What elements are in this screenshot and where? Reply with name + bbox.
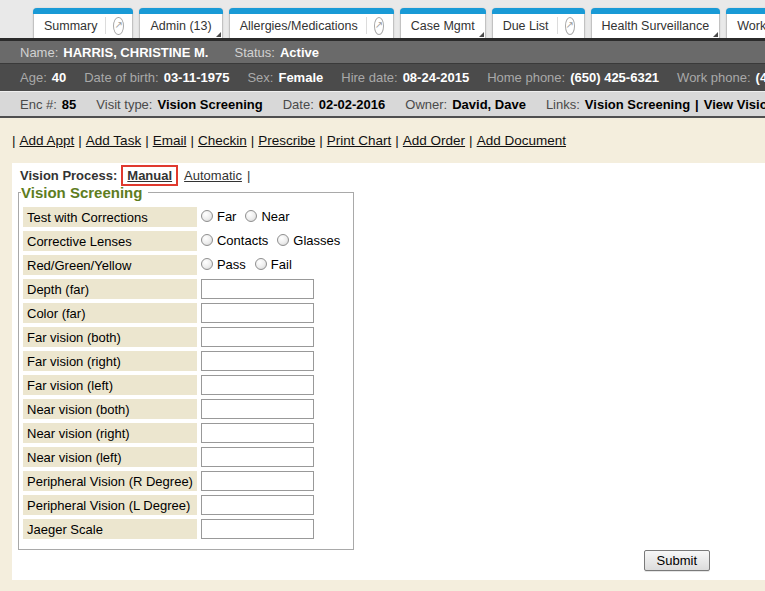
form-row-peripheral-vision-r-degree: Peripheral Vision (R Degree) — [23, 471, 349, 491]
row-value — [199, 351, 349, 371]
action-link-add-order[interactable]: Add Order — [403, 133, 465, 148]
field-label: Age: — [20, 70, 47, 85]
row-label: Peripheral Vision (R Degree) — [23, 471, 197, 491]
radio-button-icon[interactable] — [201, 210, 213, 222]
radio-option-far[interactable]: Far — [201, 209, 237, 224]
tab-health-surveillance[interactable]: Health Surveillance — [591, 8, 721, 38]
text-input-peripheral-vision-l-degree[interactable] — [201, 495, 314, 515]
field-label: Links: — [546, 97, 580, 112]
field-label: Enc #: — [20, 97, 57, 112]
text-input-far-vision-both[interactable] — [201, 327, 314, 347]
form-row-jaeger-scale: Jaeger Scale — [23, 519, 349, 539]
radio-option-glasses[interactable]: Glasses — [277, 233, 340, 248]
field-label: Date of birth: — [84, 70, 158, 85]
row-value — [199, 279, 349, 299]
tab-label: Case Mgmt — [411, 15, 475, 33]
radio-button-icon[interactable] — [255, 258, 267, 270]
radio-option-contacts[interactable]: Contacts — [201, 233, 268, 248]
content-panel: Vision Process:ManualAutomatic| Vision S… — [12, 163, 765, 580]
tab-summary[interactable]: Summary — [33, 8, 133, 38]
tab-due-list[interactable]: Due List — [492, 8, 585, 38]
action-links-separator: | — [12, 133, 16, 148]
action-links-separator: | — [78, 133, 82, 148]
text-input-depth-far[interactable] — [201, 279, 314, 299]
radio-button-icon[interactable] — [277, 234, 289, 246]
row-value — [199, 519, 349, 539]
radio-button-icon[interactable] — [201, 258, 213, 270]
text-input-near-vision-left[interactable] — [201, 447, 314, 467]
form-row-peripheral-vision-l-degree: Peripheral Vision (L Degree) — [23, 495, 349, 515]
action-link-add-document[interactable]: Add Document — [477, 133, 566, 148]
vision-process-option-automatic[interactable]: Automatic — [184, 168, 242, 183]
field-label: Home phone: — [487, 70, 565, 85]
tab-bar: SummaryAdmin (13)Allergies/MedicationsCa… — [0, 0, 765, 38]
radio-option-label: Pass — [217, 257, 246, 272]
tab-label: Work Status — [737, 15, 765, 33]
radio-button-icon[interactable] — [201, 234, 213, 246]
field-label: Sex: — [247, 70, 273, 85]
radio-button-icon[interactable] — [245, 210, 257, 222]
field-label: Owner: — [405, 97, 447, 112]
field-value: 03-11-1975 — [164, 70, 230, 85]
vision-process-label: Vision Process: — [20, 168, 117, 183]
action-link-prescribe[interactable]: Prescribe — [258, 133, 315, 148]
tab-admin-13[interactable]: Admin (13) — [139, 8, 222, 38]
vision-screening-table: Test with CorrectionsFarNearCorrective L… — [21, 203, 351, 543]
submit-button[interactable]: Submit — [644, 550, 710, 571]
row-value — [199, 447, 349, 467]
radio-option-pass[interactable]: Pass — [201, 257, 246, 272]
encounter-bar: Enc #:85Visit type:Vision ScreeningDate:… — [0, 91, 765, 118]
radio-option-near[interactable]: Near — [245, 209, 289, 224]
row-label: Far vision (left) — [23, 375, 197, 395]
form-row-far-vision-right: Far vision (right) — [23, 351, 349, 371]
row-value — [199, 471, 349, 491]
row-label: Near vision (left) — [23, 447, 197, 467]
radio-option-label: Glasses — [293, 233, 340, 248]
tab-label: Allergies/Medications — [240, 15, 358, 33]
action-links-separator: | — [319, 133, 323, 148]
action-link-add-appt[interactable]: Add Appt — [20, 133, 75, 148]
field-value: 02-02-2016 — [319, 97, 386, 112]
row-label: Corrective Lenses — [23, 231, 197, 251]
dropdown-corner-icon — [713, 32, 718, 37]
text-input-far-vision-left[interactable] — [201, 375, 314, 395]
field-value: 08-24-2015 — [403, 70, 470, 85]
action-links-row: |Add Appt|Add Task|Email|Checkin|Prescri… — [0, 120, 765, 163]
tab-work-status[interactable]: Work Status — [726, 8, 765, 38]
tab-label: Summary — [44, 15, 97, 33]
popout-icon[interactable] — [557, 17, 574, 34]
form-row-near-vision-both: Near vision (both) — [23, 399, 349, 419]
field-value: 85 — [62, 97, 76, 112]
tab-case-mgmt[interactable]: Case Mgmt — [400, 8, 486, 38]
action-links-separator: | — [145, 133, 149, 148]
form-row-test-with-corrections: Test with CorrectionsFarNear — [23, 207, 349, 227]
action-link-add-task[interactable]: Add Task — [86, 133, 141, 148]
tab-allergies-medications[interactable]: Allergies/Medications — [229, 8, 394, 38]
field-value: 40 — [52, 70, 66, 85]
field-value: David, Dave — [452, 97, 526, 112]
row-label: Test with Corrections — [23, 207, 197, 227]
text-input-color-far[interactable] — [201, 303, 314, 323]
vision-process-option-manual[interactable]: Manual — [121, 165, 178, 186]
text-input-jaeger-scale[interactable] — [201, 519, 314, 539]
text-input-near-vision-right[interactable] — [201, 423, 314, 443]
app-window: SummaryAdmin (13)Allergies/MedicationsCa… — [0, 0, 765, 591]
tab-label: Health Surveillance — [602, 15, 710, 33]
encounter-link-view-vision-screening[interactable]: View Vision Screening — [704, 97, 765, 112]
action-link-checkin[interactable]: Checkin — [198, 133, 247, 148]
radio-option-fail[interactable]: Fail — [255, 257, 292, 272]
text-input-far-vision-right[interactable] — [201, 351, 314, 371]
row-value — [199, 375, 349, 395]
form-row-far-vision-left: Far vision (left) — [23, 375, 349, 395]
action-link-print-chart[interactable]: Print Chart — [327, 133, 392, 148]
action-link-email[interactable]: Email — [153, 133, 187, 148]
popout-icon[interactable] — [366, 17, 383, 34]
popout-icon[interactable] — [105, 17, 122, 34]
field-label: Status: — [234, 45, 274, 60]
row-value — [199, 495, 349, 515]
text-input-peripheral-vision-r-degree[interactable] — [201, 471, 314, 491]
text-input-near-vision-both[interactable] — [201, 399, 314, 419]
field-value: (407) 939 — [756, 70, 765, 85]
form-row-color-far: Color (far) — [23, 303, 349, 323]
encounter-link-vision-screening[interactable]: Vision Screening — [585, 97, 690, 112]
